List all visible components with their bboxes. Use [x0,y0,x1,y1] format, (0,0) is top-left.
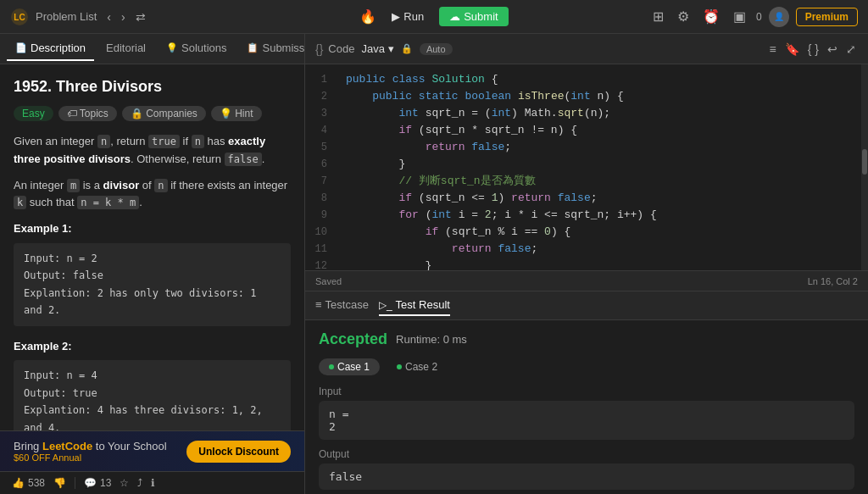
premium-button[interactable]: Premium [796,8,858,26]
timer-icon-button[interactable]: ⏰ [699,7,723,26]
format-icon-button[interactable]: { } [806,41,821,58]
problem-title: 1952. Three Divisors [14,78,291,96]
example-1-box: Input: n = 2 Output: false Explantion: 2… [14,243,291,326]
prev-problem-button[interactable]: ‹ [103,8,114,25]
streak-count: 0 [756,11,762,23]
case-1-dot [329,364,334,369]
share-button[interactable]: ⤴ [137,477,142,489]
run-label: Run [403,10,424,23]
divider [75,477,75,489]
input-var: n = [329,408,844,420]
lock-icon: 🔒 [401,43,413,54]
play-icon: ▶ [392,10,400,23]
tag-row: Easy 🏷 Topics 🔒 Companies 💡 Hint [14,106,291,121]
fullscreen-icon-button[interactable]: ⤢ [844,41,858,58]
undo-icon-button[interactable]: ↩ [826,41,839,58]
saved-status: Saved [315,276,342,286]
cursor-position: Ln 16, Col 2 [808,276,858,286]
submit-button[interactable]: ☁ Submit [439,7,508,26]
settings-icon-button[interactable]: ⚙ [674,7,693,26]
tab-testcase[interactable]: ≡ Testcase [315,295,369,316]
shuffle-button[interactable]: ⇄ [136,10,146,24]
downvote-icon: 👎 [53,477,66,489]
bookmark-icon-button[interactable]: 🔖 [783,41,801,58]
testcase-tab-icon: ≡ [315,298,322,311]
cloud-icon: ☁ [449,10,460,23]
scrollbar-track[interactable] [861,64,868,270]
comment-icon: 💬 [84,477,97,489]
nav-center: 🔥 ▶ Run ☁ Submit [359,7,508,26]
case-2-dot [397,364,402,369]
case-1-tab[interactable]: Case 1 [319,358,380,375]
tab-description[interactable]: 📄 Description [7,36,94,61]
accepted-label: Accepted [319,330,387,348]
top-nav: LC Problem List ‹ › ⇄ 🔥 ▶ Run ☁ Submit ⊞… [0,0,868,34]
example-1-title: Example 1: [14,220,291,238]
output-box: false [319,463,854,490]
result-content: Accepted Runtime: 0 ms Case 1 Case 2 Inp… [305,320,868,494]
nav-arrows: ‹ › [103,8,128,25]
runtime-label: Runtime: 0 ms [396,333,467,346]
unlock-discount-button[interactable]: Unlock Discount [186,441,291,463]
list-icon-button[interactable]: ≡ [768,41,778,58]
next-problem-button[interactable]: › [118,8,129,25]
problem-content: 1952. Three Divisors Easy 🏷 Topics 🔒 Com… [0,64,304,430]
logo-icon[interactable]: LC [10,8,29,26]
comments-button[interactable]: 💬 13 [84,477,111,489]
tab-solutions[interactable]: 💡 Solutions [158,36,235,61]
run-button[interactable]: ▶ Run [383,7,432,26]
chevron-down-icon: ▾ [388,42,394,55]
output-section: Output false [319,448,854,490]
share-icon: ⤴ [137,477,142,489]
bottom-tabs: ≡ Testcase ▷_ Test Result [305,291,868,320]
test-result-icon: ▷_ [379,299,392,311]
star-icon: ☆ [120,477,129,489]
case-tabs: Case 1 Case 2 [319,358,854,375]
difficulty-badge[interactable]: Easy [14,106,53,121]
upvote-icon: 👍 [12,477,25,489]
code-header: {} Code Java ▾ 🔒 Auto ≡ 🔖 { } ↩ ⤢ [305,34,868,64]
fire-icon: 🔥 [359,8,376,25]
upvote-button[interactable]: 👍 538 [12,477,45,489]
svg-text:LC: LC [14,13,25,22]
star-button[interactable]: ☆ [120,477,129,489]
grid-icon-button[interactable]: ⊞ [649,7,667,26]
left-panel: 📄 Description Editorial 💡 Solutions 📋 Su… [0,34,305,494]
scrollbar-thumb[interactable] [862,149,867,175]
info-icon: ℹ [151,477,155,489]
hint-tag[interactable]: 💡 Hint [211,106,262,121]
case-2-tab[interactable]: Case 2 [387,358,448,375]
banner-discount: $60 OFF Annual [14,452,178,463]
auto-badge: Auto [420,43,453,55]
right-panel: {} Code Java ▾ 🔒 Auto ≡ 🔖 { } ↩ ⤢ 123456… [305,34,868,494]
tab-editorial[interactable]: Editorial [97,36,154,61]
nav-left: LC Problem List ‹ › ⇄ [10,8,353,26]
problem-description: Given an integer n, return true if n has… [14,133,291,430]
output-label: Output [319,448,854,460]
accepted-row: Accepted Runtime: 0 ms [319,330,854,348]
main-layout: 📄 Description Editorial 💡 Solutions 📋 Su… [0,34,868,494]
language-selector[interactable]: Java ▾ [361,42,393,55]
topics-tag[interactable]: 🏷 Topics [58,106,117,121]
submit-label: Submit [464,10,498,23]
nav-right: ⊞ ⚙ ⏰ ▣ 0 👤 Premium [515,7,858,27]
input-section: Input n = 2 [319,386,854,440]
tab-test-result[interactable]: ▷_ Test Result [379,295,450,316]
problem-list-link[interactable]: Problem List [36,10,97,23]
code-editor[interactable]: 123456789101112 public class Solution { … [305,64,868,270]
input-value: 2 [329,420,844,433]
info-button[interactable]: ℹ [151,477,155,489]
example-2-title: Example 2: [14,338,291,356]
solutions-tab-icon: 💡 [166,42,178,53]
companies-tag[interactable]: 🔒 Companies [122,106,206,121]
banner-text: Bring LeetCode to Your School $60 OFF An… [14,440,178,463]
left-bottom-row: 👍 538 👎 💬 13 ☆ ⤴ ℹ [0,471,304,494]
bottom-banner: Bring LeetCode to Your School $60 OFF An… [0,430,304,471]
bottom-panel: ≡ Testcase ▷_ Test Result Accepted Runti… [305,291,868,494]
avatar[interactable]: 👤 [769,7,789,27]
downvote-button[interactable]: 👎 [53,477,66,489]
code-footer: Saved Ln 16, Col 2 [305,270,868,291]
code-title: {} Code [315,42,354,56]
screen-icon-button[interactable]: ▣ [730,7,749,26]
input-label: Input [319,386,854,397]
